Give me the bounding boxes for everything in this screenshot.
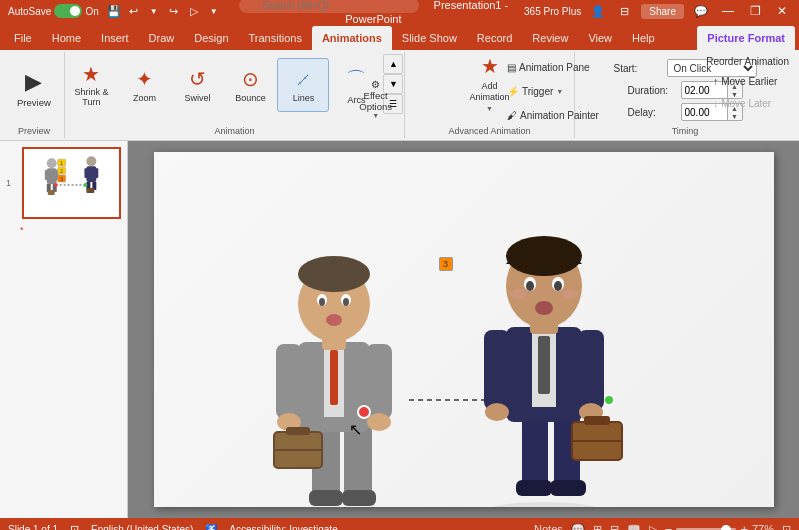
share-button[interactable]: Share bbox=[641, 4, 684, 19]
svg-rect-32 bbox=[276, 344, 302, 419]
svg-text:1: 1 bbox=[60, 161, 63, 166]
close-button[interactable]: ✕ bbox=[773, 3, 791, 19]
tab-help[interactable]: Help bbox=[622, 26, 665, 50]
move-later-btn[interactable]: ↓ Move Later bbox=[706, 92, 789, 114]
animation-painter-icon: 🖌 bbox=[507, 110, 517, 121]
tab-insert[interactable]: Insert bbox=[91, 26, 139, 50]
svg-point-38 bbox=[298, 256, 370, 292]
minimize-button[interactable]: — bbox=[718, 3, 738, 19]
slide-thumb-1[interactable]: 1 bbox=[4, 145, 123, 221]
tab-draw[interactable]: Draw bbox=[139, 26, 185, 50]
start-label: Start: bbox=[614, 63, 664, 74]
anim-bounce[interactable]: ⊙ Bounce bbox=[224, 58, 276, 112]
canvas-area[interactable]: 1 2 3 ↖ bbox=[128, 141, 799, 518]
preview-button[interactable]: ▶ Preview bbox=[10, 59, 58, 117]
svg-rect-14 bbox=[86, 188, 94, 193]
slide-sorter-btn[interactable]: ⊟ bbox=[610, 523, 619, 531]
animation-group: ★ Shrink & Turn ✦ Zoom ↺ Swivel ⊙ Bounce… bbox=[65, 52, 405, 138]
tab-view[interactable]: View bbox=[578, 26, 622, 50]
tab-record[interactable]: Record bbox=[467, 26, 522, 50]
reading-view-btn[interactable]: 📖 bbox=[627, 523, 641, 531]
tab-picture-format[interactable]: Picture Format bbox=[697, 26, 795, 50]
save-icon[interactable]: 💾 bbox=[105, 2, 123, 20]
autosave-area: AutoSave On bbox=[8, 4, 99, 18]
zoom-thumb bbox=[721, 525, 731, 531]
svg-rect-51 bbox=[522, 417, 548, 489]
slide-panel: 1 bbox=[0, 141, 128, 518]
present-icon[interactable]: ▷ bbox=[185, 2, 203, 20]
move-earlier-btn[interactable]: ↑ Move Earlier bbox=[706, 70, 789, 92]
svg-point-70 bbox=[554, 281, 562, 291]
comments-status-btn[interactable]: 💬 bbox=[571, 523, 585, 531]
zoom-out-btn[interactable]: − bbox=[665, 522, 673, 531]
svg-point-16 bbox=[54, 183, 58, 187]
person1-svg[interactable] bbox=[254, 232, 414, 507]
effect-options-label[interactable]: ⚙ Effect Options ▼ bbox=[353, 76, 398, 122]
search-input[interactable] bbox=[239, 0, 419, 13]
tab-animations[interactable]: Animations bbox=[312, 26, 392, 50]
maximize-button[interactable]: ❐ bbox=[746, 3, 765, 19]
zoom-in-btn[interactable]: + bbox=[740, 522, 748, 531]
tab-transitions[interactable]: Transitions bbox=[239, 26, 312, 50]
svg-text:2: 2 bbox=[60, 169, 63, 174]
fit-slide-btn[interactable]: ⊡ bbox=[782, 523, 791, 531]
shrink-turn-label: Shrink & Turn bbox=[66, 88, 116, 108]
profile-icon[interactable]: 👤 bbox=[589, 2, 607, 20]
person2-svg[interactable] bbox=[464, 212, 624, 507]
lines-label: Lines bbox=[293, 93, 315, 103]
move-earlier-label: Move Earlier bbox=[721, 76, 777, 87]
autosave-state: On bbox=[85, 6, 98, 17]
anim-zoom[interactable]: ✦ Zoom bbox=[118, 58, 170, 112]
undo-dropdown-icon[interactable]: ▼ bbox=[145, 2, 163, 20]
ribbon-tabs: File Home Insert Draw Design Transitions… bbox=[0, 22, 799, 50]
zoom-label: Zoom bbox=[133, 93, 156, 103]
svg-point-72 bbox=[562, 289, 578, 299]
tab-home[interactable]: Home bbox=[42, 26, 91, 50]
svg-rect-26 bbox=[344, 427, 372, 497]
svg-point-73 bbox=[535, 301, 553, 315]
main-area: 1 bbox=[0, 141, 799, 518]
svg-rect-11 bbox=[95, 168, 98, 178]
anim-scroll-up[interactable]: ▲ bbox=[383, 54, 403, 74]
status-right: Notes 💬 ⊞ ⊟ 📖 ▷ − + 77% ⊡ bbox=[534, 522, 791, 531]
delay-label: Delay: bbox=[628, 107, 678, 118]
effect-options-arrow: ▼ bbox=[372, 112, 379, 119]
anim-shrink-turn[interactable]: ★ Shrink & Turn bbox=[65, 58, 117, 112]
anim-lines[interactable]: ⟋ Lines bbox=[277, 58, 329, 112]
svg-text:3: 3 bbox=[60, 177, 63, 182]
shrink-turn-icon: ★ bbox=[82, 62, 100, 86]
slide-show-btn[interactable]: ▷ bbox=[649, 523, 657, 531]
anim-swivel[interactable]: ↺ Swivel bbox=[171, 58, 223, 112]
animation-pane-icon: ▤ bbox=[507, 62, 516, 73]
swivel-label: Swivel bbox=[184, 93, 210, 103]
zoom-level[interactable]: 77% bbox=[752, 523, 774, 530]
advanced-animation-group-label: Advanced Animation bbox=[405, 126, 574, 136]
undo-icon[interactable]: ↩ bbox=[125, 2, 143, 20]
normal-view-btn[interactable]: ⊞ bbox=[593, 523, 602, 531]
title-bar-left: AutoSave On 💾 ↩ ▼ ↪ ▷ ▼ bbox=[8, 2, 223, 20]
badge-3: 3 bbox=[439, 257, 453, 271]
comments-icon[interactable]: 💬 bbox=[692, 2, 710, 20]
autosave-toggle[interactable] bbox=[54, 4, 82, 18]
title-bar-right: 365 Pro Plus 👤 ⊟ Share 💬 — ❐ ✕ bbox=[524, 2, 791, 20]
reorder-area: Reorder Animation ↑ Move Earlier ↓ Move … bbox=[706, 56, 789, 114]
tab-design[interactable]: Design bbox=[184, 26, 238, 50]
zoom-icon: ✦ bbox=[136, 67, 153, 91]
trigger-label: Trigger bbox=[522, 86, 553, 97]
svg-point-69 bbox=[526, 281, 534, 291]
tab-review[interactable]: Review bbox=[522, 26, 578, 50]
ribbon-display-icon[interactable]: ⊟ bbox=[615, 2, 633, 20]
slide-info-icon: ⊡ bbox=[70, 523, 79, 531]
redo-icon[interactable]: ↪ bbox=[165, 2, 183, 20]
customize-icon[interactable]: ▼ bbox=[205, 2, 223, 20]
svg-rect-3 bbox=[45, 170, 48, 180]
svg-rect-57 bbox=[538, 336, 550, 394]
tab-slideshow[interactable]: Slide Show bbox=[392, 26, 467, 50]
effect-options-btn[interactable]: ⚙ Effect Options ▼ bbox=[353, 76, 398, 122]
tab-file[interactable]: File bbox=[4, 26, 42, 50]
reorder-label: Reorder Animation bbox=[706, 56, 789, 67]
quick-access-toolbar: 💾 ↩ ▼ ↪ ▷ ▼ bbox=[105, 2, 223, 20]
notes-button[interactable]: Notes bbox=[534, 523, 563, 530]
timing-group: Start: On Click With Previous After Prev… bbox=[575, 52, 795, 138]
ribbon: ▶ Preview Preview ★ Shrink & Turn ✦ Zoom… bbox=[0, 50, 799, 141]
